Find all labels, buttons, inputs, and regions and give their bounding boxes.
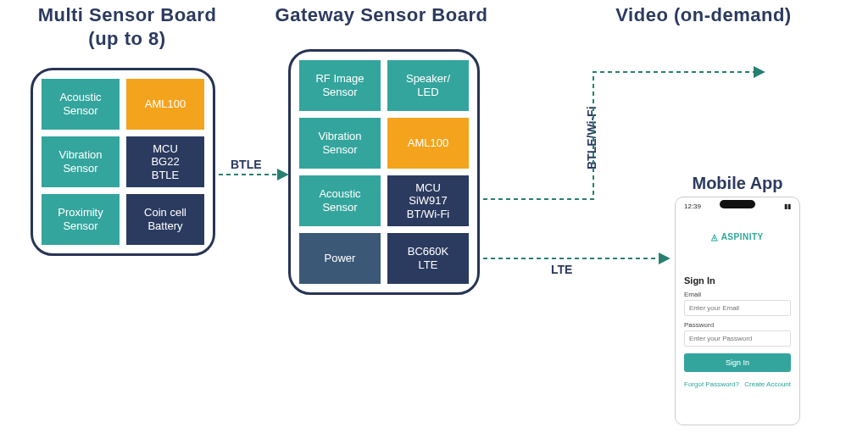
phone-status-icons: ▮▮ [784,203,791,210]
password-label: Password [684,321,791,329]
multi-cell-aml100: AML100 [126,79,204,130]
email-label: Email [684,291,791,298]
mobile-app-title: Mobile App [670,174,805,193]
gateway-cell-power: Power [299,233,381,284]
multi-sensor-board: Acoustic Sensor AML100 Vibration Sensor … [31,68,215,256]
phone-notch [720,200,755,208]
conn-label-btle: BTLE [231,158,262,171]
multi-board-title: Multi Sensor Board (up to 8) [25,3,229,50]
gateway-cell-mcu: MCU SiW917 BT/Wi-Fi [387,175,469,226]
email-field[interactable] [684,300,791,316]
gateway-board-title: Gateway Sensor Board [263,3,500,27]
multi-cell-proximity: Proximity Sensor [42,194,120,245]
multi-cell-battery: Coin cell Battery [126,194,204,245]
forgot-password-link[interactable]: Forgot Password? [684,380,739,388]
multi-cell-acoustic: Acoustic Sensor [42,79,120,130]
multi-grid: Acoustic Sensor AML100 Vibration Sensor … [42,79,204,245]
multi-cell-mcu: MCU BG22 BTLE [126,136,204,187]
password-field[interactable] [684,330,791,347]
gateway-cell-rfimage: RF Image Sensor [299,60,381,111]
gateway-cell-lte: BC660K LTE [387,233,469,284]
multi-cell-vibration: Vibration Sensor [42,136,120,187]
conn-label-btle-wifi: BTLE/Wi-Fi [585,106,598,169]
phone-time: 12:39 [684,203,701,210]
phone-mock: 12:39 ▮▮ ◬ ASPINITY Sign In Email Passwo… [675,197,800,425]
conn-label-lte: LTE [551,263,572,276]
gateway-grid: RF Image Sensor Speaker/ LED Vibration S… [299,60,469,284]
video-title: Video (on-demand) [593,3,814,27]
signin-button[interactable]: Sign In [684,353,791,372]
phone-logo: ◬ ASPINITY [684,232,791,241]
gateway-cell-vibration: Vibration Sensor [299,118,381,169]
gateway-cell-aml100: AML100 [387,118,469,169]
signin-heading: Sign In [684,275,791,286]
gateway-cell-acoustic: Acoustic Sensor [299,175,381,226]
gateway-sensor-board: RF Image Sensor Speaker/ LED Vibration S… [288,49,480,295]
gateway-cell-speaker: Speaker/ LED [387,60,469,111]
create-account-link[interactable]: Create Account [744,380,791,388]
